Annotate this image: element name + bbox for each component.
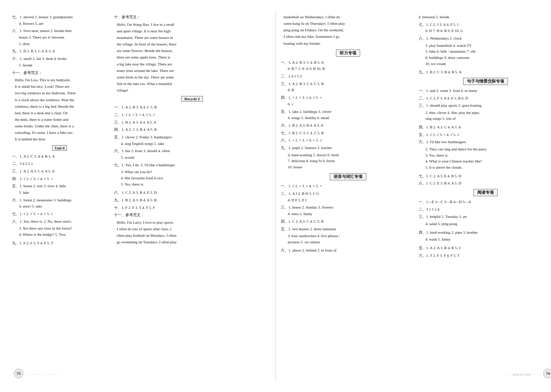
tl-s1: 一、1. A 2. B 3. C 4. B 5. A 6. B 7. C 8. … [281,59,415,72]
label: 九、1. B 2. A 3. B 4. A 5. B [114,198,156,202]
essay-line: some books. Under the chair, there is a [15,123,107,129]
label: 二、3 1 5 2 4 [419,207,440,211]
page-num-circle: 73 [14,369,23,378]
label: 五、1. clever 2. Friday 3. hamburgers [114,135,172,139]
label: 一、1—E 2—C 3—B 4—D 5—A [419,200,471,204]
indent: 4. flowers 5. are [19,21,43,25]
label: pictures 5. six onions [288,240,320,244]
label: 四、1. × 2. × 3. √ 4. √ 5. × [281,95,322,99]
unit-6-box: Unit 6 [12,145,107,151]
label: 8. buildings 9. draw cartoons [426,55,470,60]
right-page: basketball on Wednesdays. I often do som… [276,10,551,382]
label: 3. What can you do? [121,170,152,174]
label: 4. hard-working 5. doctor 6. fresh [288,153,339,157]
label: 4. wash 5. funny [426,237,451,241]
jz-s2: 二、1. C 2. F 3. A 4. E 5. B 6. D [419,95,551,102]
u6-s7: 七、1. √ 2. √ 3. × 4. √ 5. √ [12,211,107,217]
page-num-circle-right: 74 [543,369,551,378]
section-11: 十一、参考范文： Hello, I'm Lisa. This is my bed… [12,70,107,142]
left-page: 七、1. moved 2. mouse 3. grandparents 4. f… [7,10,276,382]
indent: 4. trees 5. funny [288,212,312,216]
label: 四、1. hard-working 2. pipa 3. brother [419,230,478,234]
label: 四、1. √ 2. √ 3. √ 4. √ 5. × [12,177,53,181]
essay-line: ping-pong on Fridays. On the weekend, [284,27,415,33]
essay-line: go swimming on Tuesdays. I often play [117,239,270,245]
indent: 4. aren't 5. take [19,204,42,208]
essay-line: two big windows in my bedroom. There [15,90,107,96]
yuedu-label: 阅读专项 [473,189,498,196]
tl-s5: 五、1. lake 2. buildings 3. clever 4. song… [281,108,415,121]
label: 十一、参考范文： [12,71,42,75]
indent: 6. D 7. H 8. B 9. E 10. G [426,29,463,33]
r2-s2: 二、1. √ 2. × 3. × 4. √ 5. √ [114,112,270,118]
jz-s5: 五、1. √ 2. √ 3. × 4. √ 5. √ [419,131,551,138]
label: 八、1. C 2. A 3. B 4. E 5. D [114,190,157,194]
left-col2: 十、参考范文： Hello, I'm Wang Hao. I live in a… [114,14,270,247]
juzi-label: 句子与情景交际专项 [463,78,508,85]
label: 三、1. should play sports 2. goes boating [419,103,482,107]
label: 三、1. helpful 2. Tuesday 3. art [419,214,467,219]
label: 七、1. moved 2. mouse 3. grandparents [12,15,73,19]
label: 一、1. A 2. B 3. A 4. C 5. B [114,105,157,109]
yy-s4: 四、1. C 2. A 3. C 4. C 5. B [281,218,415,225]
label: 二、1. √ 2. × 3. × 4. √ 5. √ [114,113,155,117]
left-col1: 七、1. moved 2. mouse 3. grandparents 4. f… [12,14,107,247]
indent: 5. beside [19,63,32,67]
jz-s3: 三、1. should play sports 2. goes boating … [419,102,551,122]
label: 十、1. F 2. F 3. T 4. F 5. F [114,205,155,210]
yy-s6: 六、1. above 2. behind 3. in front of [281,247,415,254]
label: 二、3 4 2 5 1 [12,161,33,166]
section-8: 八、1. lives near; nature 2. beside their … [12,28,107,47]
rc2-cont: 4. between 5. beside [419,14,551,20]
indent2: 5. dirty [19,42,30,46]
essay-line: I often ride my bike. Sometimes I go [284,33,415,40]
essay-line: Hello, I'm Lisa. This is my bedroom. [15,77,107,83]
watermark: MXQ6.COM [513,372,530,377]
r2-s9: 九、1. B 2. A 3. B 4. A 5. B [114,197,270,203]
essay-line: is a clock above the windows. Near the [15,97,107,103]
essay-line: a big lake near the village. There are [117,61,270,67]
essay-line: the desk, there is a water bottle and [15,116,107,123]
essay-line: I often do lots of sports after class. I [117,226,270,232]
dots-left: . . . . . . . . . . . [25,371,60,375]
label: 5. Yes, there is. [121,182,144,186]
yy-s3: 三、1. house 2. Sunday 3. flowers 4. trees… [281,204,415,217]
label: 三、1. house 2. Sunday 3. flowers [281,205,333,209]
yuyin-label: 语音与词汇专项 [330,173,366,180]
yd-s2: 二、3 1 5 2 4 [419,206,551,213]
label: 4. Where is the bridge? 5. Two. [19,232,67,236]
indent: 6. √ [288,102,294,106]
watermark-text: MXQ6.COM [513,373,530,377]
recycle-label: Recycle 2 [181,96,203,102]
essay-line: village! [117,87,270,93]
r2-s6: 六、1. but 2. from 3. should 4. often 5. w… [114,148,270,160]
yd-s1: 一、1—E 2—C 3—B 4—D 5—A [419,199,551,205]
label: 一、1. and 2. some 3. food 4. so many [419,88,477,93]
label: 5. It is above the clouds. [426,165,462,169]
label: 七、1. C 2. J 3. A 4. F 5. I [419,22,459,27]
label: sing songs 5. lots of [426,116,456,120]
essay-line: It is small but nice. Look! There are [15,83,107,89]
label: 3. Are there any trees in the forest? [19,226,72,230]
yd-s4: 四、1. hard-working 2. pipa 3. brother 4. … [419,229,551,243]
essay-line: basketball on Wednesdays. I often do [284,14,415,20]
right-col1: basketball on Wednesdays. I often do som… [281,14,415,378]
u6-s3: 三、1. A 2. A 3. C 4. A 5. A [12,168,107,174]
label: 二、1. C 2. F 3. A 4. E 5. B 6. D [419,96,468,100]
label: 七、1. C 2. A 3. E 4. B 5. D [419,174,461,178]
essay-line: fish in the lake too. What a beautiful [117,81,270,87]
yuyin-header: 语音与词汇专项 [281,172,415,181]
label: 三、1. A 2. B 3. C 4. C 5. B [281,82,324,86]
u6-s1: 一、1. A 2. C 3. A 4. B 5. A [12,153,107,160]
tl-s7: 七、1. B 2. C 3. C 4. C 5. B [281,130,415,136]
label: 六、1. I'd like two hamburgers. [419,140,467,144]
tingliheader: 听力专项 [281,49,415,58]
label: 七、1. B 2. C 3. C 4. C 5. B [281,131,324,135]
jz-s1: 一、1. and 2. some 3. food 4. so many [419,87,551,94]
yy-s1: 一、1. √ 2. × 3. × 4. × 5. × [281,183,415,189]
jz-s6: 六、1. I'd like two hamburgers. 2. They ca… [419,139,551,170]
indent: 4. songs 5. healthy 6. email [288,116,329,120]
essay-line: schoolbag. It's mine. I have a bike too. [15,129,107,136]
indent: 5. lake [19,190,29,194]
r2-s10: 十、1. F 2. F 3. T 4. F 5. F [114,204,270,211]
